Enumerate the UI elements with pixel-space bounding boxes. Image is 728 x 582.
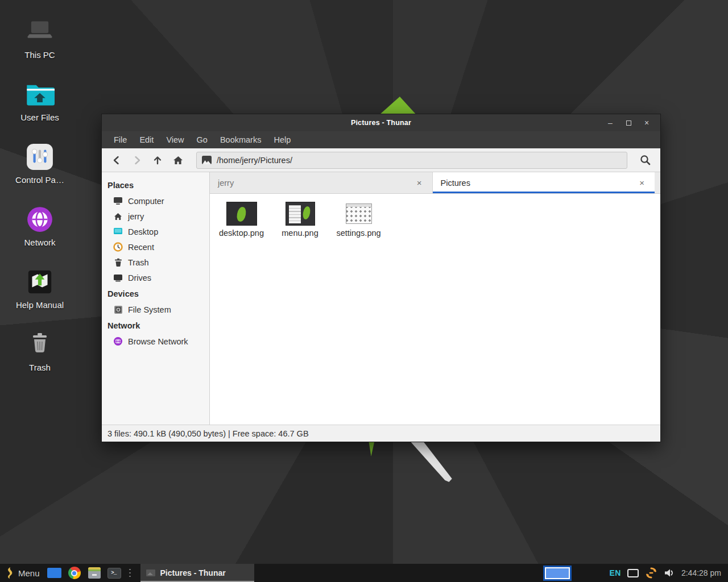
- applications-menu-button[interactable]: Menu: [3, 567, 42, 579]
- update-notifier-icon[interactable]: [645, 567, 657, 579]
- home-icon: [113, 211, 123, 221]
- sidebar-heading-network: Network: [102, 317, 209, 334]
- menu-help[interactable]: Help: [267, 131, 297, 148]
- window-content: Places Computer jerry Desktop Recent Tra…: [102, 172, 660, 425]
- workspace-1[interactable]: [545, 567, 570, 579]
- maximize-button[interactable]: [619, 114, 638, 131]
- browse-network-globe-icon: [113, 336, 123, 346]
- home-button[interactable]: [169, 151, 187, 169]
- file-manager-launcher[interactable]: [47, 566, 62, 580]
- tab-jerry[interactable]: jerry ×: [210, 172, 433, 193]
- search-button[interactable]: [635, 151, 655, 170]
- desktop-icon-label: Trash: [8, 363, 72, 372]
- file-system-drive-icon: [113, 305, 123, 314]
- thunar-window: Pictures - Thunar – × File Edit View Go …: [101, 114, 661, 442]
- sidebar-item-recent[interactable]: Recent: [102, 239, 209, 255]
- path-bar[interactable]: /home/jerry/Pictures/: [196, 152, 627, 169]
- taskbar-window-button[interactable]: Pictures - Thunar: [140, 564, 254, 582]
- trash-icon: [8, 327, 72, 361]
- sidebar-item-label: File System: [128, 305, 171, 314]
- sidebar-item-label: Trash: [128, 258, 149, 267]
- chrome-launcher[interactable]: [67, 566, 82, 580]
- taskbar-right: EN 2:44:28 pm: [543, 566, 725, 581]
- window-title: Pictures - Thunar: [351, 119, 411, 127]
- search-icon: [639, 154, 651, 166]
- file-menu-png[interactable]: menu.png: [271, 199, 329, 238]
- tab-label: jerry: [218, 178, 415, 188]
- network-globe-icon: [8, 202, 72, 236]
- menu-label: Menu: [18, 568, 40, 578]
- sidebar-item-label: Desktop: [128, 227, 158, 236]
- menu-go[interactable]: Go: [191, 131, 214, 148]
- sidebar: Places Computer jerry Desktop Recent Tra…: [102, 172, 210, 425]
- sidebar-item-label: jerry: [128, 212, 144, 221]
- panel-separator-handle[interactable]: [128, 567, 132, 579]
- desktop-icon-label: Control Pa…: [8, 175, 72, 185]
- file-settings-png[interactable]: settings.png: [329, 199, 388, 238]
- menu-logo-icon: [6, 567, 14, 579]
- menu-file[interactable]: File: [107, 131, 133, 148]
- sidebar-item-browse-network[interactable]: Browse Network: [102, 334, 209, 349]
- tab-pictures[interactable]: Pictures ×: [433, 172, 655, 193]
- sidebar-heading-devices: Devices: [102, 285, 209, 302]
- taskbar-left: Menu Pictures - Thunar: [3, 564, 254, 582]
- workspace-switcher[interactable]: [543, 566, 572, 581]
- status-text: 3 files: 490.1 kB (490,050 bytes) | Free…: [107, 429, 309, 438]
- sidebar-item-computer[interactable]: Computer: [102, 193, 209, 209]
- file-name: menu.png: [271, 228, 329, 238]
- tab-bar: jerry × Pictures ×: [210, 172, 660, 194]
- clock[interactable]: 2:44:28 pm: [681, 568, 721, 577]
- control-panel-icon: [8, 140, 72, 174]
- file-list-view[interactable]: desktop.png menu.png settings.png: [210, 194, 660, 425]
- file-desktop-png[interactable]: desktop.png: [212, 199, 271, 238]
- desktop-icon-network[interactable]: Network: [8, 202, 72, 247]
- menu-view[interactable]: View: [160, 131, 190, 148]
- sidebar-item-label: Browse Network: [128, 337, 188, 346]
- help-manual-icon: [8, 265, 72, 299]
- tab-close-icon[interactable]: ×: [415, 177, 424, 189]
- chrome-icon: [68, 567, 81, 579]
- desktop-monitor-icon: [113, 227, 123, 236]
- desktop-icon-trash[interactable]: Trash: [8, 327, 72, 372]
- desktop-icon-control-panel[interactable]: Control Pa…: [8, 140, 72, 185]
- keyboard-layout-indicator[interactable]: EN: [609, 568, 621, 577]
- sidebar-item-trash[interactable]: Trash: [102, 255, 209, 270]
- terminal-launcher[interactable]: [107, 566, 122, 580]
- forward-button[interactable]: [128, 151, 146, 169]
- window-titlebar[interactable]: Pictures - Thunar – ×: [102, 114, 660, 131]
- trash-icon: [113, 257, 123, 267]
- thumbnail-menu-png: [271, 201, 329, 227]
- desktop-icon-label: User Files: [8, 113, 72, 122]
- display-tray-icon[interactable]: [627, 569, 639, 577]
- desktop-icon-this-pc[interactable]: This PC: [8, 15, 72, 60]
- menu-edit[interactable]: Edit: [133, 131, 160, 148]
- sidebar-item-desktop[interactable]: Desktop: [102, 224, 209, 239]
- minimize-button[interactable]: –: [601, 114, 619, 131]
- thumbnail-desktop-png: [212, 201, 271, 227]
- menu-bookmarks[interactable]: Bookmarks: [214, 131, 268, 148]
- desktop-icon-help-manual[interactable]: Help Manual: [8, 265, 72, 310]
- back-button[interactable]: [107, 151, 126, 169]
- up-button[interactable]: [148, 151, 167, 169]
- volume-icon[interactable]: [664, 568, 675, 578]
- file-name: desktop.png: [212, 228, 271, 238]
- tab-label: Pictures: [441, 178, 638, 188]
- close-button[interactable]: ×: [638, 114, 656, 131]
- sidebar-item-drives[interactable]: Drives: [102, 270, 209, 285]
- settings-png-thumbnail-image: [346, 203, 372, 224]
- thumbnail-settings-png: [329, 201, 388, 227]
- desktop-icon-label: Network: [8, 238, 72, 247]
- tab-close-icon[interactable]: ×: [637, 177, 647, 189]
- desktop-icon-user-files[interactable]: User Files: [8, 77, 72, 122]
- file-cabinet-icon: [88, 567, 101, 579]
- up-arrow-icon: [152, 155, 163, 165]
- file-manager-icon: [47, 568, 61, 578]
- sidebar-item-jerry-home[interactable]: jerry: [102, 209, 209, 224]
- file-name: settings.png: [329, 228, 388, 238]
- main-pane: jerry × Pictures × desktop.png menu.png: [210, 172, 660, 425]
- terminal-icon: [107, 568, 121, 579]
- sidebar-item-file-system[interactable]: File System: [102, 302, 209, 317]
- image-location-icon: [202, 156, 212, 164]
- archive-manager-launcher[interactable]: [87, 566, 102, 580]
- sidebar-heading-places: Places: [102, 177, 209, 193]
